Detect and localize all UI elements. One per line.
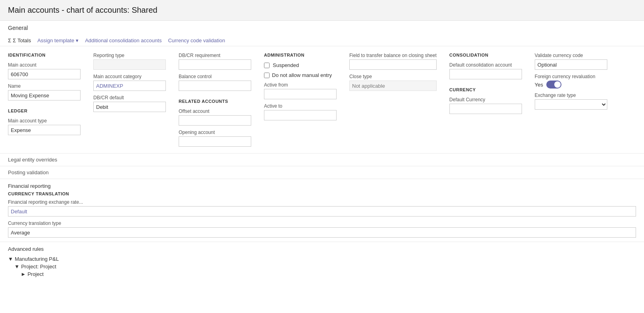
tree-label-2: Project — [28, 271, 43, 277]
currency-title: CURRENCY — [449, 87, 522, 92]
tree-label-1: Project: Project — [21, 264, 56, 270]
currency-translation-input[interactable] — [8, 227, 636, 238]
default-currency-input[interactable] — [449, 104, 522, 114]
dbcr-default-input[interactable] — [93, 102, 166, 112]
main-account-type-input[interactable] — [8, 125, 81, 135]
currency-translation-field: Currency translation type — [8, 220, 636, 238]
totals-button[interactable]: Σ Σ Totals — [8, 37, 31, 43]
reporting-type-input[interactable] — [93, 59, 166, 70]
default-consolidation-input[interactable] — [449, 69, 522, 79]
offset-account-label: Offset account — [179, 108, 251, 114]
sigma-icon: Σ — [8, 37, 11, 43]
reporting-type-label: Reporting type — [93, 53, 166, 58]
offset-account-input[interactable] — [179, 115, 251, 126]
validate-currency-input[interactable] — [535, 59, 607, 70]
dbcr-requirement-input[interactable] — [179, 59, 251, 70]
balance-control-label: Balance control — [179, 74, 251, 79]
close-type-input[interactable] — [349, 81, 437, 91]
main-account-type-label: Main account type — [8, 118, 81, 124]
default-currency-label: Default Currency — [449, 97, 522, 102]
dbcr-requirement-label: DB/CR requirement — [179, 53, 251, 58]
name-input[interactable] — [8, 90, 81, 100]
tree-item-1: ▼ Project: Project — [8, 263, 636, 270]
suspended-row: Suspended — [264, 62, 337, 68]
foreign-revaluation-toggle-label: Yes — [535, 82, 543, 88]
administration-title: ADMINISTRATION — [264, 53, 337, 57]
toolbar: Σ Σ Totals Assign template ▾ Additional … — [0, 35, 644, 46]
default-consolidation-field: Default consolidation account — [449, 62, 522, 79]
advanced-rules-title: Advanced rules — [8, 246, 636, 252]
balance-control-input[interactable] — [179, 81, 251, 91]
page-title: Main accounts - chart of accounts: Share… — [0, 0, 644, 21]
currency-translation-label: Currency translation type — [8, 220, 636, 226]
reporting-section: Reporting type Main account category DB/… — [93, 53, 166, 112]
consolidation-section: CONSOLIDATION Default consolidation acco… — [449, 53, 522, 114]
identification-title: IDENTIFICATION — [8, 53, 81, 57]
currency-code-validation-tab[interactable]: Currency code validation — [168, 37, 225, 43]
currency-translation-subtitle: CURRENCY TRANSLATION — [8, 191, 636, 196]
additional-consolidation-tab[interactable]: Additional consolidation accounts — [85, 37, 161, 43]
posting-validation-section[interactable]: Posting validation — [0, 166, 644, 179]
default-currency-field: Default Currency — [449, 97, 522, 114]
opening-account-label: Opening account — [179, 130, 251, 135]
main-content: IDENTIFICATION Main account Name LEDGER … — [0, 46, 644, 153]
validate-currency-label: Validate currency code — [535, 53, 607, 58]
tree-icon-2: ► — [21, 271, 26, 277]
active-to-label: Active to — [264, 103, 337, 109]
validate-currency-section: Validate currency code Foreign currency … — [535, 53, 607, 110]
active-to-input[interactable] — [264, 110, 337, 120]
main-account-category-label: Main account category — [93, 74, 166, 79]
name-field: Name — [8, 83, 81, 100]
dbcr-default-label: DB/CR default — [93, 95, 166, 100]
suspended-label: Suspended — [273, 62, 299, 68]
consolidation-title: CONSOLIDATION — [449, 53, 522, 57]
tree-item-2: ► Project — [8, 270, 636, 278]
dbcr-default-field: DB/CR default — [93, 95, 166, 112]
chevron-down-icon: ▾ — [76, 37, 79, 43]
section-header: General — [0, 21, 644, 35]
exchange-rate-reporting-field: Financial reporting exchange rate... — [8, 199, 636, 217]
assign-template-button[interactable]: Assign template ▾ — [37, 37, 79, 43]
foreign-revaluation-toggle[interactable] — [546, 81, 561, 89]
foreign-revaluation-toggle-container: Yes — [535, 81, 607, 89]
foreign-revaluation-label: Foreign currency revaluation — [535, 74, 607, 79]
identification-section: IDENTIFICATION Main account Name LEDGER … — [8, 53, 81, 135]
closing-sheet-input[interactable] — [349, 59, 437, 70]
legal-entity-overrides-label: Legal entity overrides — [8, 157, 57, 163]
exchange-rate-label: Exchange rate type — [535, 93, 607, 98]
do-not-allow-checkbox[interactable] — [264, 73, 270, 78]
active-from-label: Active from — [264, 82, 337, 88]
opening-account-field: Opening account — [179, 130, 251, 147]
assign-template-label: Assign template — [37, 37, 75, 43]
close-type-label: Close type — [349, 74, 437, 79]
exchange-rate-reporting-label: Financial reporting exchange rate... — [8, 199, 636, 205]
legal-entity-overrides-section[interactable]: Legal entity overrides — [0, 153, 644, 166]
totals-label: Σ Totals — [13, 37, 31, 43]
name-label: Name — [8, 83, 81, 89]
related-accounts-title: RELATED ACCOUNTS — [179, 99, 251, 104]
close-type-field: Close type — [349, 74, 437, 91]
tree-item-0: ▼ Manufacturing P&L — [8, 255, 636, 263]
do-not-allow-label: Do not allow manual entry — [272, 72, 332, 78]
main-account-category-input[interactable] — [93, 81, 166, 91]
financial-reporting-title: Financial reporting — [8, 183, 636, 189]
balance-control-field: Balance control — [179, 74, 251, 91]
suspended-checkbox[interactable] — [264, 63, 270, 68]
dbcr-section: DB/CR requirement Balance control RELATE… — [179, 53, 251, 147]
active-from-input[interactable] — [264, 89, 337, 99]
administration-section: ADMINISTRATION Suspended Do not allow ma… — [264, 53, 337, 120]
closing-sheet-label: Field to transfer balance on closing she… — [349, 53, 437, 58]
exchange-rate-select[interactable] — [535, 99, 607, 110]
offset-account-field: Offset account — [179, 108, 251, 126]
do-not-allow-row: Do not allow manual entry — [264, 72, 337, 78]
exchange-rate-reporting-input[interactable] — [8, 206, 636, 217]
advanced-rules-section: Advanced rules ▼ Manufacturing P&L ▼ Pro… — [0, 242, 644, 282]
default-consolidation-label: Default consolidation account — [449, 62, 522, 68]
reporting-type-field: Reporting type — [93, 53, 166, 70]
tree-label-0: Manufacturing P&L — [15, 256, 59, 262]
main-account-field: Main account — [8, 62, 81, 79]
main-account-category-field: Main account category — [93, 74, 166, 91]
foreign-revaluation-field: Foreign currency revaluation Yes — [535, 74, 607, 89]
opening-account-input[interactable] — [179, 136, 251, 147]
main-account-input[interactable] — [8, 69, 81, 79]
